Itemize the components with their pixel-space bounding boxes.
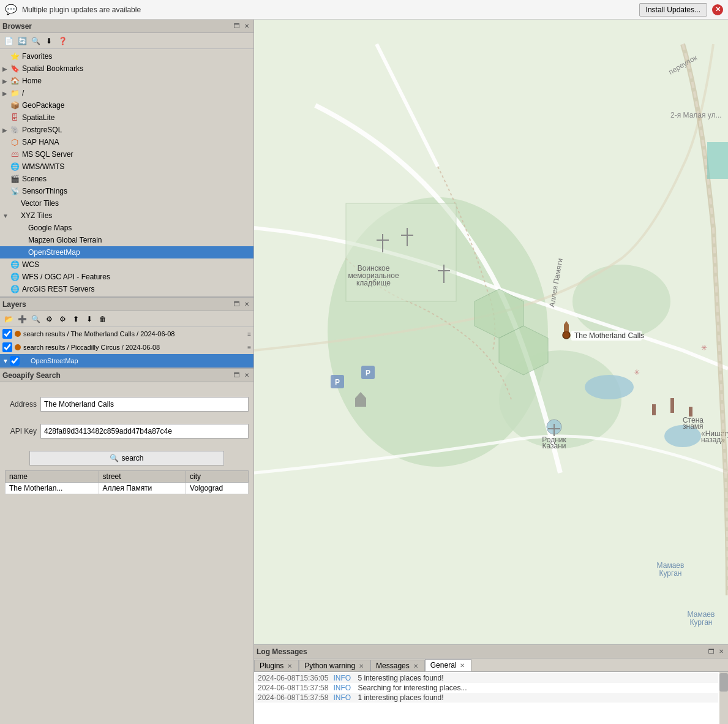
geopackage-icon: 📦 <box>10 100 20 110</box>
svg-rect-34 <box>564 325 569 332</box>
tree-item-wms[interactable]: 🌐 WMS/WMTS <box>0 160 253 173</box>
layers-panel-header: Layers 🗖 ✕ <box>0 298 253 311</box>
layer-check[interactable] <box>10 356 20 366</box>
log-minimize-button[interactable]: 🗖 <box>707 647 716 656</box>
tab-plugins-close[interactable]: ✕ <box>286 662 293 669</box>
apikey-row: API Key <box>5 424 249 439</box>
arcgis-icon: 🌐 <box>10 284 20 294</box>
log-message: 1 interesting places found! <box>358 693 443 702</box>
tab-messages[interactable]: Messages ✕ <box>370 660 425 671</box>
expand-icon <box>2 102 10 109</box>
layer-item-piccadilly[interactable]: search results / Piccadilly Circus / 202… <box>0 341 253 354</box>
browser-filter-button[interactable]: 🔍 <box>29 35 42 47</box>
tree-item-scenes[interactable]: 🎬 Scenes <box>0 173 253 185</box>
expand-icon <box>2 286 10 293</box>
svg-text:Курган: Курган <box>690 618 713 627</box>
google-maps-icon <box>17 224 26 232</box>
tab-general-close[interactable]: ✕ <box>459 662 466 669</box>
notification-icon: 💬 <box>5 4 17 15</box>
tab-general[interactable]: General ✕ <box>425 659 472 671</box>
tree-item-spatialite[interactable]: 🗄 SpatiaLite <box>0 111 253 124</box>
tab-python-warning-close[interactable]: ✕ <box>358 662 365 669</box>
map-container[interactable]: Воинское мемориальное кладбище P P <box>254 20 728 644</box>
address-input[interactable] <box>40 397 249 412</box>
result-name: The Motherlan... <box>6 483 99 494</box>
layer-check[interactable] <box>2 329 12 339</box>
layers-minimize-button[interactable]: 🗖 <box>233 300 241 309</box>
tree-label: XYZ Tiles <box>21 211 52 220</box>
close-notification-button[interactable]: ✕ <box>712 4 723 15</box>
layer-check[interactable] <box>2 342 12 352</box>
log-close-button[interactable]: ✕ <box>717 647 726 656</box>
expand-icon <box>2 115 10 121</box>
main-layout: Browser 🗖 ✕ 📄 🔄 🔍 ⬇ ❓ ⭐ Favorites <box>0 20 728 724</box>
tree-item-vector-tiles[interactable]: Vector Tiles <box>0 197 253 209</box>
browser-collapse-button[interactable]: ⬇ <box>43 35 55 47</box>
layers-down-button[interactable]: ⬇ <box>83 313 96 325</box>
tab-plugins[interactable]: Plugins ✕ <box>254 660 299 671</box>
layers-up-button[interactable]: ⬆ <box>70 313 82 325</box>
tab-messages-close[interactable]: ✕ <box>412 662 419 669</box>
tree-item-mssql[interactable]: 🗃 MS SQL Server <box>0 148 253 160</box>
tree-item-wfs[interactable]: 🌐 WFS / OGC API - Features <box>0 271 253 283</box>
layers-add-button[interactable]: ➕ <box>16 313 28 325</box>
log-timestamp: 2024-06-08T15:36:05 <box>258 674 328 682</box>
tree-item-geopackage[interactable]: 📦 GeoPackage <box>0 99 253 111</box>
layer-options[interactable]: ≡ <box>247 344 251 351</box>
expand-icon <box>2 151 10 158</box>
osm-icon <box>17 248 26 257</box>
tree-item-openstreetmap[interactable]: OpenStreetMap <box>0 246 253 258</box>
tree-item-arcgis[interactable]: 🌐 ArcGIS REST Servers <box>0 283 253 295</box>
log-panel-controls: 🗖 ✕ <box>707 647 726 656</box>
tree-item-sensorthings[interactable]: 📡 SensorThings <box>0 185 253 197</box>
tree-item-bookmarks[interactable]: ▶ 🔖 Spatial Bookmarks <box>0 62 253 75</box>
result-row[interactable]: The Motherlan... Аллея Памяти Volgograd <box>6 483 249 494</box>
svg-text:Мамаев: Мамаев <box>688 610 715 619</box>
tree-item-sap-hana[interactable]: ⬡ SAP HANA <box>0 136 253 148</box>
log-title: Log Messages <box>257 647 307 656</box>
geoapify-minimize-button[interactable]: 🗖 <box>233 371 241 380</box>
layers-remove-button[interactable]: 🗑 <box>97 313 109 325</box>
browser-close-button[interactable]: ✕ <box>242 22 251 31</box>
layers-settings-button[interactable]: ⚙ <box>56 313 69 325</box>
log-scrollbar[interactable] <box>719 672 728 724</box>
log-level: INFO <box>333 674 353 682</box>
tree-label: MS SQL Server <box>22 150 73 159</box>
tree-item-favorites[interactable]: ⭐ Favorites <box>0 50 253 62</box>
notification-text: Multiple plugin updates are available <box>22 6 634 14</box>
layer-options[interactable]: ≡ <box>247 331 251 337</box>
expand-icon <box>10 249 17 256</box>
apikey-input[interactable] <box>40 424 249 439</box>
sap-hana-icon: ⬡ <box>10 137 20 147</box>
layers-filter-button[interactable]: 🔍 <box>29 313 42 325</box>
browser-minimize-button[interactable]: 🗖 <box>233 22 241 31</box>
expand-icon: ▶ <box>2 78 10 85</box>
tree-item-home[interactable]: ▶ 🏠 Home <box>0 75 253 87</box>
layers-panel-controls: 🗖 ✕ <box>233 300 251 309</box>
tree-item-google-maps[interactable]: Google Maps <box>0 222 253 234</box>
layers-close-button[interactable]: ✕ <box>242 300 251 309</box>
layers-filter2-button[interactable]: ⚙ <box>43 313 55 325</box>
search-button[interactable]: 🔍 search <box>29 451 224 466</box>
browser-help-button[interactable]: ❓ <box>56 35 69 47</box>
layer-item-osm[interactable]: ▼ OpenStreetMap <box>0 354 253 368</box>
geoapify-close-button[interactable]: ✕ <box>242 371 251 380</box>
layers-open-button[interactable]: 📂 <box>2 313 15 325</box>
tree-item-mapzen[interactable]: Mapzen Global Terrain <box>0 234 253 246</box>
tab-python-warning[interactable]: Python warning ✕ <box>299 660 370 671</box>
browser-refresh-button[interactable]: 🔄 <box>16 35 28 47</box>
layer-dot <box>15 344 21 350</box>
layer-item-motherland[interactable]: search results / The Motherland Calls / … <box>0 327 253 341</box>
tree-item-root[interactable]: ▶ 📁 / <box>0 87 253 99</box>
search-icon: 🔍 <box>110 454 119 462</box>
svg-rect-40 <box>689 407 692 417</box>
tree-item-postgresql[interactable]: ▶ 🐘 PostgreSQL <box>0 124 253 136</box>
results-table: name street city The Motherlan... Аллея … <box>5 470 249 494</box>
col-city: city <box>186 471 249 483</box>
install-updates-button[interactable]: Install Updates... <box>639 3 707 17</box>
layer-label: search results / Piccadilly Circus / 202… <box>23 344 160 351</box>
browser-new-button[interactable]: 📄 <box>2 35 15 47</box>
tree-item-xyz-tiles[interactable]: ▼ XYZ Tiles <box>0 209 253 222</box>
tree-item-wcs[interactable]: 🌐 WCS <box>0 258 253 271</box>
svg-point-4 <box>585 375 634 399</box>
